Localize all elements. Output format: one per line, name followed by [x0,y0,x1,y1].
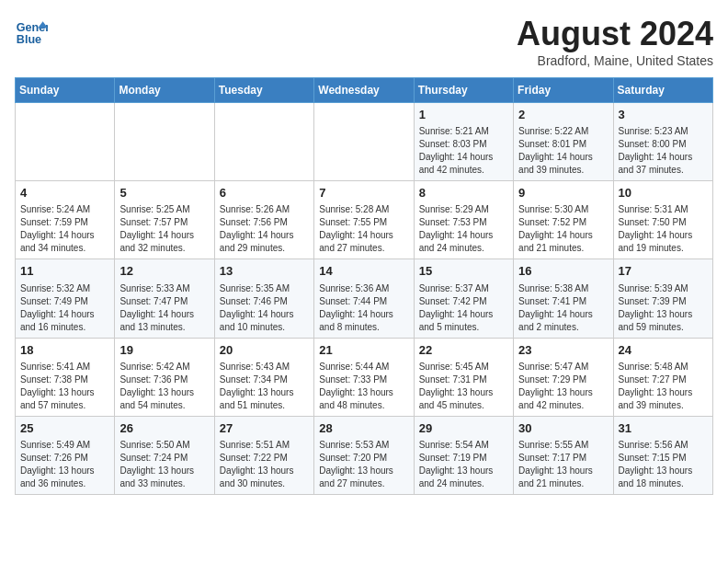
day-number: 5 [119,185,209,201]
calendar-cell: 30Sunrise: 5:55 AM Sunset: 7:17 PM Dayli… [514,416,613,494]
calendar-cell: 16Sunrise: 5:38 AM Sunset: 7:41 PM Dayli… [514,259,613,338]
calendar-cell: 20Sunrise: 5:43 AM Sunset: 7:34 PM Dayli… [214,338,313,416]
day-number: 12 [119,263,209,280]
day-number: 16 [518,263,608,280]
day-number: 2 [518,107,608,123]
calendar-cell: 4Sunrise: 5:24 AM Sunset: 7:59 PM Daylig… [16,181,115,259]
calendar-cell: 2Sunrise: 5:22 AM Sunset: 8:01 PM Daylig… [514,103,613,181]
day-number: 8 [419,185,508,201]
day-info: Sunrise: 5:41 AM Sunset: 7:38 PM Dayligh… [20,361,109,412]
page-header: General Blue August 2024 Bradford, Maine… [15,15,713,68]
day-number: 18 [20,342,109,359]
day-info: Sunrise: 5:35 AM Sunset: 7:46 PM Dayligh… [220,282,309,334]
day-number: 3 [619,107,708,123]
day-info: Sunrise: 5:33 AM Sunset: 7:47 PM Dayligh… [119,282,209,334]
day-number: 20 [220,342,309,359]
day-header-friday: Friday [514,78,613,103]
calendar-cell: 14Sunrise: 5:36 AM Sunset: 7:44 PM Dayli… [314,259,414,338]
calendar-cell: 10Sunrise: 5:31 AM Sunset: 7:50 PM Dayli… [613,181,712,259]
day-number: 23 [518,342,608,359]
day-info: Sunrise: 5:21 AM Sunset: 8:03 PM Dayligh… [419,125,508,177]
day-info: Sunrise: 5:36 AM Sunset: 7:44 PM Dayligh… [319,282,408,334]
day-info: Sunrise: 5:43 AM Sunset: 7:34 PM Dayligh… [220,361,309,412]
calendar-cell [115,103,214,181]
calendar-cell: 13Sunrise: 5:35 AM Sunset: 7:46 PM Dayli… [214,259,313,338]
calendar-cell: 9Sunrise: 5:30 AM Sunset: 7:52 PM Daylig… [514,181,613,259]
day-info: Sunrise: 5:26 AM Sunset: 7:56 PM Dayligh… [220,203,309,255]
day-number: 10 [619,185,708,201]
day-info: Sunrise: 5:42 AM Sunset: 7:36 PM Dayligh… [119,361,209,412]
day-number: 13 [220,263,309,280]
day-info: Sunrise: 5:32 AM Sunset: 7:49 PM Dayligh… [20,282,109,334]
calendar-cell: 17Sunrise: 5:39 AM Sunset: 7:39 PM Dayli… [613,259,712,338]
day-number: 7 [319,185,408,201]
day-header-tuesday: Tuesday [214,78,313,103]
day-info: Sunrise: 5:55 AM Sunset: 7:17 PM Dayligh… [518,439,608,490]
day-header-wednesday: Wednesday [314,78,414,103]
day-number: 11 [20,263,109,280]
day-info: Sunrise: 5:50 AM Sunset: 7:24 PM Dayligh… [119,439,209,490]
calendar-table: SundayMondayTuesdayWednesdayThursdayFrid… [15,77,713,495]
day-number: 1 [419,107,508,123]
day-number: 27 [220,420,309,437]
day-info: Sunrise: 5:23 AM Sunset: 8:00 PM Dayligh… [619,125,708,177]
day-info: Sunrise: 5:49 AM Sunset: 7:26 PM Dayligh… [20,439,109,490]
day-number: 26 [119,420,209,437]
calendar-cell: 8Sunrise: 5:29 AM Sunset: 7:53 PM Daylig… [414,181,513,259]
day-info: Sunrise: 5:31 AM Sunset: 7:50 PM Dayligh… [619,203,708,255]
calendar-cell: 6Sunrise: 5:26 AM Sunset: 7:56 PM Daylig… [214,181,313,259]
calendar-cell: 24Sunrise: 5:48 AM Sunset: 7:27 PM Dayli… [613,338,712,416]
calendar-cell: 21Sunrise: 5:44 AM Sunset: 7:33 PM Dayli… [314,338,414,416]
calendar-cell: 12Sunrise: 5:33 AM Sunset: 7:47 PM Dayli… [115,259,214,338]
day-number: 24 [619,342,708,359]
day-number: 21 [319,342,408,359]
day-number: 30 [518,420,608,437]
calendar-cell [314,103,414,181]
day-info: Sunrise: 5:53 AM Sunset: 7:20 PM Dayligh… [319,439,408,490]
week-row-3: 11Sunrise: 5:32 AM Sunset: 7:49 PM Dayli… [16,259,713,338]
day-number: 29 [419,420,508,437]
day-info: Sunrise: 5:22 AM Sunset: 8:01 PM Dayligh… [518,125,608,177]
day-info: Sunrise: 5:37 AM Sunset: 7:42 PM Dayligh… [419,282,508,334]
week-row-2: 4Sunrise: 5:24 AM Sunset: 7:59 PM Daylig… [16,181,713,259]
day-info: Sunrise: 5:44 AM Sunset: 7:33 PM Dayligh… [319,361,408,412]
calendar-cell: 26Sunrise: 5:50 AM Sunset: 7:24 PM Dayli… [115,416,214,494]
day-info: Sunrise: 5:51 AM Sunset: 7:22 PM Dayligh… [220,439,309,490]
day-number: 14 [319,263,408,280]
day-info: Sunrise: 5:38 AM Sunset: 7:41 PM Dayligh… [518,282,608,334]
calendar-cell: 18Sunrise: 5:41 AM Sunset: 7:38 PM Dayli… [16,338,115,416]
day-header-saturday: Saturday [613,78,712,103]
calendar-cell: 19Sunrise: 5:42 AM Sunset: 7:36 PM Dayli… [115,338,214,416]
calendar-cell: 1Sunrise: 5:21 AM Sunset: 8:03 PM Daylig… [414,103,513,181]
day-info: Sunrise: 5:45 AM Sunset: 7:31 PM Dayligh… [419,361,508,412]
day-number: 28 [319,420,408,437]
calendar-cell: 22Sunrise: 5:45 AM Sunset: 7:31 PM Dayli… [414,338,513,416]
day-header-sunday: Sunday [16,78,115,103]
day-number: 22 [419,342,508,359]
week-row-4: 18Sunrise: 5:41 AM Sunset: 7:38 PM Dayli… [16,338,713,416]
day-header-thursday: Thursday [414,78,513,103]
day-number: 6 [220,185,309,201]
calendar-cell: 3Sunrise: 5:23 AM Sunset: 8:00 PM Daylig… [613,103,712,181]
calendar-cell [16,103,115,181]
logo: General Blue [15,15,48,48]
calendar-cell: 25Sunrise: 5:49 AM Sunset: 7:26 PM Dayli… [16,416,115,494]
day-info: Sunrise: 5:28 AM Sunset: 7:55 PM Dayligh… [319,203,408,255]
day-info: Sunrise: 5:24 AM Sunset: 7:59 PM Dayligh… [20,203,109,255]
calendar-cell: 23Sunrise: 5:47 AM Sunset: 7:29 PM Dayli… [514,338,613,416]
calendar-cell: 5Sunrise: 5:25 AM Sunset: 7:57 PM Daylig… [115,181,214,259]
calendar-cell: 7Sunrise: 5:28 AM Sunset: 7:55 PM Daylig… [314,181,414,259]
calendar-cell: 31Sunrise: 5:56 AM Sunset: 7:15 PM Dayli… [613,416,712,494]
svg-text:Blue: Blue [17,33,41,46]
day-number: 9 [518,185,608,201]
day-number: 31 [619,420,708,437]
day-info: Sunrise: 5:29 AM Sunset: 7:53 PM Dayligh… [419,203,508,255]
location: Bradford, Maine, United States [517,53,713,68]
calendar-cell [214,103,313,181]
day-info: Sunrise: 5:47 AM Sunset: 7:29 PM Dayligh… [518,361,608,412]
calendar-cell: 29Sunrise: 5:54 AM Sunset: 7:19 PM Dayli… [414,416,513,494]
calendar-cell: 11Sunrise: 5:32 AM Sunset: 7:49 PM Dayli… [16,259,115,338]
calendar-cell: 27Sunrise: 5:51 AM Sunset: 7:22 PM Dayli… [214,416,313,494]
day-info: Sunrise: 5:54 AM Sunset: 7:19 PM Dayligh… [419,439,508,490]
day-number: 25 [20,420,109,437]
